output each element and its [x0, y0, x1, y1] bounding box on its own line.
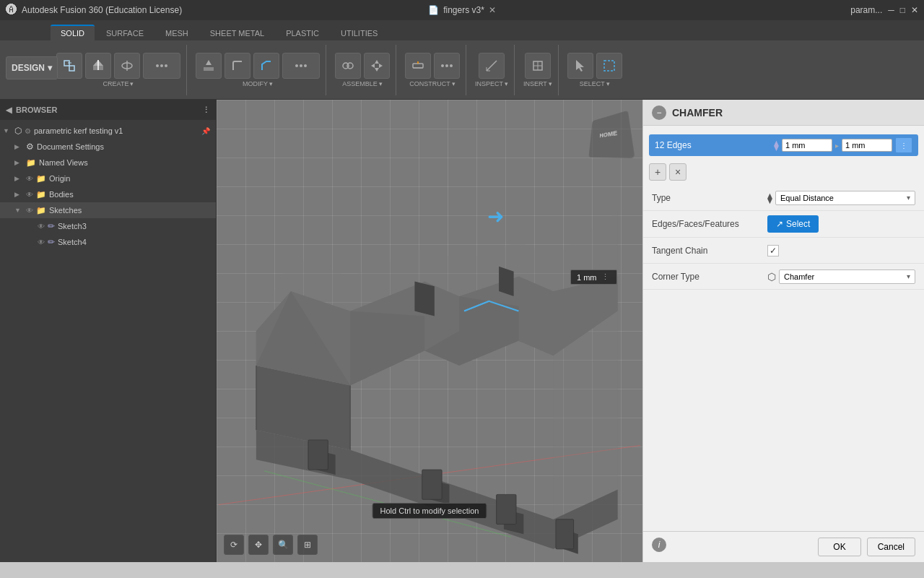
main-area: ◀ BROWSER ⋮ ▼ ⬡ ⚙ parametric kerf testin… — [0, 100, 924, 562]
tangent-chain-row: Tangent Chain ✓ — [643, 238, 924, 264]
edge-count-label: 12 Edges — [655, 140, 771, 150]
tab-solid[interactable]: SOLID — [51, 25, 95, 40]
zoom-btn[interactable]: 🔍 — [273, 535, 293, 555]
chamfer-header: − CHAMFER — [643, 100, 924, 126]
tab-plastic[interactable]: PLASTIC — [276, 25, 329, 40]
bodies-arrow-icon: ▶ — [14, 191, 23, 198]
doc-settings-label: Document Settings — [37, 142, 104, 151]
measure-btn[interactable] — [479, 53, 505, 79]
maximize-btn[interactable]: □ — [900, 5, 905, 15]
pan-btn[interactable]: ✥ — [248, 535, 269, 555]
toolbar-group-create: CREATE ▾ — [51, 45, 187, 95]
close-btn[interactable]: ✕ — [911, 5, 918, 15]
cancel-button[interactable]: Cancel — [867, 538, 915, 556]
assemble-group-label[interactable]: ASSEMBLE ▾ — [342, 80, 383, 87]
tab-utilities[interactable]: UTILITIES — [331, 25, 388, 40]
edge-options-btn[interactable]: ⋮ — [895, 137, 912, 153]
sketch4-eye-icon[interactable]: 👁 — [38, 238, 45, 246]
measure-menu-btn[interactable]: ⋮ — [600, 272, 611, 282]
cancel-label: Cancel — [878, 542, 905, 552]
root-settings-icon: ⚙ — [25, 127, 31, 135]
remove-edge-btn[interactable]: × — [669, 163, 687, 181]
browser-item-doc-settings[interactable]: ▶ ⚙ Document Settings — [0, 139, 216, 155]
orbit-btn[interactable]: ⟳ — [224, 535, 244, 555]
select-tool-btn[interactable] — [567, 53, 593, 79]
browser-item-root[interactable]: ▼ ⬡ ⚙ parametric kerf testing v1 📌 — [0, 123, 216, 139]
browser-options-icon[interactable]: ⋮ — [202, 105, 210, 115]
browser-item-sketches[interactable]: ▼ 👁 📁 Sketches — [0, 202, 216, 218]
browser-item-origin[interactable]: ▶ 👁 📁 Origin — [0, 171, 216, 186]
construct-group-label[interactable]: CONSTRUCT ▾ — [409, 80, 456, 87]
sketches-eye-icon[interactable]: 👁 — [26, 207, 33, 215]
fit-btn[interactable]: ⊞ — [297, 535, 318, 555]
file-icon: 📄 — [428, 5, 439, 15]
browser-collapse-icon[interactable]: ◀ — [6, 105, 12, 115]
tangent-chain-checkbox[interactable]: ✓ — [767, 245, 779, 256]
insert-group-label[interactable]: INSERT ▾ — [523, 80, 552, 87]
joint-btn[interactable] — [335, 53, 361, 79]
more-modify-btn[interactable] — [282, 53, 320, 79]
toolbar-group-inspect: INSPECT ▾ — [469, 45, 515, 95]
close-file-btn[interactable]: ✕ — [489, 5, 496, 15]
edges-faces-select-btn[interactable]: ↗ Select — [767, 215, 819, 233]
svg-line-28 — [487, 61, 497, 71]
sketch3-eye-icon[interactable]: 👁 — [38, 223, 45, 230]
ctrl-tooltip: Hold Ctrl to modify selection — [372, 503, 487, 519]
distance1-icon: ⧫ — [774, 139, 779, 151]
design-button[interactable]: DESIGN ▾ — [6, 56, 58, 79]
browser-item-named-views[interactable]: ▶ 📁 Named Views — [0, 155, 216, 171]
toolbar: SOLID SURFACE MESH SHEET METAL PLASTIC U… — [0, 20, 924, 100]
more-create-btn[interactable] — [143, 53, 180, 79]
chamfer-panel: − CHAMFER 12 Edges ⧫ ▸ ⋮ + × — [642, 100, 924, 562]
distance2-input[interactable] — [842, 139, 892, 152]
insert-mesh-btn[interactable] — [525, 53, 551, 79]
corner-type-dropdown-icon: ▾ — [907, 272, 910, 280]
select-group-label[interactable]: SELECT ▾ — [580, 80, 610, 87]
edges-faces-row: Edges/Faces/Features ↗ Select — [643, 211, 924, 238]
add-edge-btn[interactable]: + — [649, 163, 666, 181]
type-value-text: Equal Distance — [780, 194, 834, 202]
press-pull-btn[interactable] — [196, 53, 222, 79]
origin-eye-icon[interactable]: 👁 — [26, 175, 33, 183]
nav-cube[interactable]: HOME — [588, 111, 635, 158]
browser-item-sketch4[interactable]: 👁 ✏ Sketch4 — [0, 234, 216, 250]
modify-group-label[interactable]: MODIFY ▾ — [243, 80, 273, 87]
move-btn[interactable] — [364, 53, 390, 79]
corner-type-value-text: Chamfer — [784, 272, 814, 281]
edge-row: 12 Edges ⧫ ▸ ⋮ — [649, 134, 918, 156]
corner-type-select[interactable]: Chamfer ▾ — [779, 269, 915, 284]
minimize-btn[interactable]: ─ — [888, 5, 894, 15]
window-select-btn[interactable] — [596, 53, 622, 79]
more-construct-btn[interactable] — [434, 53, 460, 79]
toolbar-tabs: SOLID SURFACE MESH SHEET METAL PLASTIC U… — [0, 20, 924, 40]
type-select[interactable]: Equal Distance ▾ — [775, 191, 915, 205]
revolve-btn[interactable] — [114, 53, 140, 79]
chamfer-tool-btn[interactable] — [253, 53, 279, 79]
svg-rect-1 — [69, 66, 74, 71]
edges-faces-value: ↗ Select — [767, 215, 915, 233]
viewport[interactable]: ➜ 1 mm ⋮ Hold Ctrl to modify selection ⟳… — [217, 100, 642, 562]
browser-item-bodies[interactable]: ▶ 👁 📁 Bodies — [0, 186, 216, 202]
svg-point-10 — [165, 64, 167, 67]
tab-sheet-metal[interactable]: SHEET METAL — [200, 25, 274, 40]
bodies-eye-icon[interactable]: 👁 — [26, 191, 33, 199]
tab-surface[interactable]: SURFACE — [96, 25, 154, 40]
inspect-group-label[interactable]: INSPECT ▾ — [475, 80, 508, 87]
type-value-container: ⧫ Equal Distance ▾ — [767, 191, 915, 205]
create-group-label[interactable]: CREATE ▾ — [103, 80, 134, 87]
extrude-btn[interactable] — [85, 53, 111, 79]
browser-item-sketch3[interactable]: 👁 ✏ Sketch3 — [0, 218, 216, 234]
fillet-btn[interactable] — [225, 53, 250, 79]
new-component-btn[interactable] — [56, 53, 82, 79]
design-arrow-icon: ▾ — [48, 63, 52, 73]
app-title: Autodesk Fusion 360 (Education License) — [22, 5, 182, 15]
chamfer-close-btn[interactable]: − — [652, 105, 666, 120]
tangent-chain-label: Tangent Chain — [652, 246, 767, 256]
offset-plane-btn[interactable] — [405, 53, 431, 79]
design-label: DESIGN — [12, 63, 45, 73]
distance1-input[interactable] — [782, 139, 832, 152]
svg-marker-34 — [576, 60, 584, 72]
info-btn[interactable]: i — [652, 538, 666, 552]
ok-button[interactable]: OK — [818, 538, 860, 556]
tab-mesh[interactable]: MESH — [155, 25, 199, 40]
